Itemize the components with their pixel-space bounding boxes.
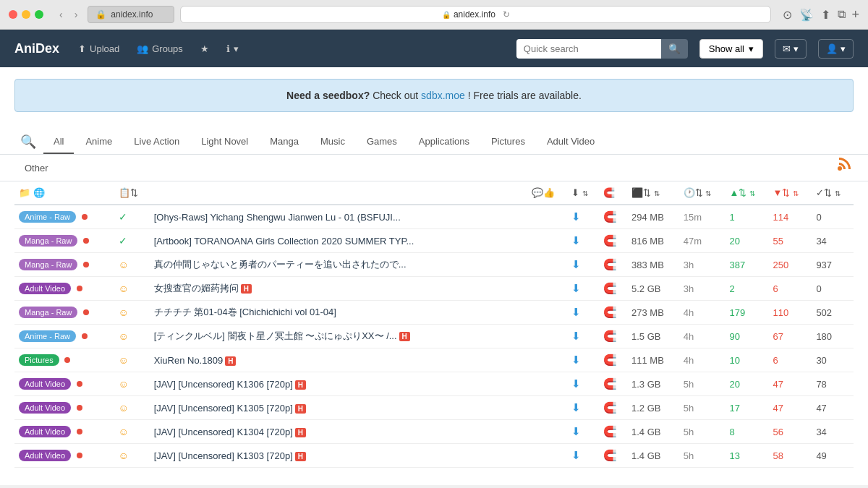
tab-applications[interactable]: Applications [409, 130, 480, 154]
download-icon[interactable]: ⬇ [571, 354, 581, 366]
show-all-button[interactable]: Show all ▾ [699, 39, 763, 59]
th-leechers[interactable]: ▼⇅ [768, 181, 812, 205]
tab-all[interactable]: All [43, 130, 74, 154]
info-nav-link[interactable]: ℹ ▾ [219, 39, 246, 59]
th-date[interactable]: 🕐⇅ [679, 181, 726, 205]
favorites-nav-link[interactable]: ★ [193, 39, 216, 59]
category-badge[interactable]: Manga - Raw [19, 307, 77, 318]
category-badge[interactable]: Adult Video [19, 450, 71, 461]
brand-logo[interactable]: AniDex [14, 41, 59, 56]
download-icon[interactable]: ⬇ [571, 258, 581, 270]
back-button[interactable]: ‹ [55, 7, 67, 22]
table-body: Anime - Raw ✓ [Ohys-Raws] Yichang Shengw… [14, 205, 854, 468]
td-seeders: 13 [726, 444, 769, 468]
download-icon[interactable]: ⬇ [571, 282, 581, 294]
minimize-button[interactable] [22, 10, 30, 19]
td-title: [JAV] [Uncensored] K1303 [720p]H [150, 444, 527, 468]
magnet-icon[interactable]: 🧲 [603, 425, 617, 437]
maximize-button[interactable] [35, 10, 43, 19]
new-tab-button[interactable]: + [851, 7, 859, 22]
category-badge[interactable]: Pictures [19, 354, 59, 366]
torrent-title-link[interactable]: [JAV] [Uncensored] K1303 [720p]H [154, 450, 306, 461]
td-status: ☺ [114, 277, 150, 301]
groups-label: Groups [152, 43, 183, 54]
tab-manga[interactable]: Manga [260, 130, 309, 154]
download-icon[interactable]: ⬇ [571, 330, 581, 342]
download-icon[interactable]: ⬇ [571, 234, 581, 247]
forward-button[interactable]: › [70, 7, 82, 22]
tab-light-novel[interactable]: Light Novel [191, 130, 258, 154]
banner-link[interactable]: sdbx.moe [421, 90, 465, 101]
extensions-button[interactable]: ⊙ [783, 8, 792, 22]
torrent-title-link[interactable]: 女搜查官の媚药拷问H [154, 283, 252, 294]
download-icon[interactable]: ⬇ [571, 425, 581, 437]
category-badge[interactable]: Adult Video [19, 402, 71, 414]
torrent-title-link[interactable]: チチチチ 第01-04巻 [Chichichichi vol 01-04] [154, 307, 336, 317]
torrent-title-link[interactable]: [Artbook] TORANOANA Girls Collection 202… [154, 236, 414, 247]
magnet-icon[interactable]: 🧲 [603, 258, 617, 270]
td-category: Adult Video [14, 372, 114, 396]
magnet-icon[interactable]: 🧲 [603, 282, 617, 294]
category-search-icon[interactable]: 🔍 [14, 129, 42, 154]
download-icon[interactable]: ⬇ [571, 377, 581, 390]
tab-other[interactable]: Other [14, 157, 59, 179]
torrent-title-link[interactable]: XiuRen No.1809H [154, 355, 237, 366]
pip-button[interactable]: ⧉ [838, 8, 846, 22]
rss-button[interactable]: 📡 [799, 8, 814, 22]
torrent-title-link[interactable]: [JAV] [Uncensored] K1304 [720p]H [154, 427, 306, 437]
magnet-icon[interactable]: 🧲 [603, 306, 617, 318]
torrent-title-link[interactable]: [ティンクルベル] 闇夜ト星ノ冥土館 〜ぷにゅぷりXX〜 /...H [154, 330, 410, 341]
magnet-icon[interactable]: 🧲 [603, 354, 617, 366]
torrent-title-link[interactable]: [Ohys-Raws] Yichang Shengwu Jianwen Lu -… [154, 212, 401, 223]
tab-games[interactable]: Games [357, 130, 407, 154]
user-button[interactable]: 👤 ▾ [818, 39, 854, 59]
td-category: Adult Video [14, 444, 114, 468]
magnet-icon[interactable]: 🧲 [603, 449, 617, 461]
category-badge[interactable]: Anime - Raw [19, 330, 76, 342]
torrent-title-link[interactable]: [JAV] [Uncensored] K1306 [720p]H [154, 379, 306, 390]
th-size[interactable]: ⬛⇅ [627, 181, 679, 205]
status-check-icon: ✓ [119, 235, 127, 247]
close-button[interactable] [9, 10, 17, 19]
search-button[interactable]: 🔍 [661, 39, 688, 59]
td-status: ☺ [114, 372, 150, 396]
url-bar[interactable]: 🔒 anidex.info ↻ [180, 6, 771, 23]
magnet-icon[interactable]: 🧲 [603, 330, 617, 342]
flag-sort-icon[interactable]: 📋⇅ [119, 187, 138, 198]
download-icon[interactable]: ⬇ [571, 210, 581, 223]
mail-button[interactable]: ✉ ▾ [775, 39, 807, 59]
refresh-icon[interactable]: ↻ [503, 9, 510, 20]
category-badge[interactable]: Adult Video [19, 426, 71, 437]
th-completed[interactable]: ✓⇅ [812, 181, 854, 205]
magnet-icon[interactable]: 🧲 [603, 377, 617, 390]
tab-pictures[interactable]: Pictures [481, 130, 535, 154]
magnet-icon[interactable]: 🧲 [603, 234, 617, 247]
th-comments: 💬👍 [527, 181, 568, 205]
th-seeders[interactable]: ▲⇅ [726, 181, 769, 205]
magnet-icon[interactable]: 🧲 [603, 210, 617, 223]
tab-live-action[interactable]: Live Action [124, 130, 190, 154]
browser-tab[interactable]: 🔒 anidex.info [88, 6, 174, 23]
share-button[interactable]: ⬆ [821, 8, 830, 22]
download-icon[interactable]: ⬇ [571, 306, 581, 318]
groups-icon: 👥 [137, 43, 148, 54]
category-badge[interactable]: Adult Video [19, 283, 71, 294]
torrent-title-link[interactable]: [JAV] [Uncensored] K1305 [720p]H [154, 403, 306, 414]
magnet-icon[interactable]: 🧲 [603, 401, 617, 414]
category-badge[interactable]: Anime - Raw [19, 211, 76, 223]
tab-anime[interactable]: Anime [75, 130, 122, 154]
th-download[interactable]: ⬇ [567, 181, 599, 205]
search-input[interactable] [516, 39, 661, 59]
upload-nav-link[interactable]: ⬆ Upload [71, 39, 127, 59]
category-badge[interactable]: Manga - Raw [19, 259, 77, 270]
tab-adult-video[interactable]: Adult Video [537, 130, 605, 154]
red-dot [83, 262, 89, 267]
category-badge[interactable]: Adult Video [19, 378, 71, 390]
rss-icon[interactable] [836, 155, 854, 181]
groups-nav-link[interactable]: 👥 Groups [129, 39, 190, 59]
torrent-title-link[interactable]: 真の仲間じゃないと勇者のパーティーを追い出されたので... [154, 259, 407, 270]
tab-music[interactable]: Music [310, 130, 355, 154]
download-icon[interactable]: ⬇ [571, 401, 581, 414]
category-badge[interactable]: Manga - Raw [19, 235, 77, 247]
download-icon[interactable]: ⬇ [571, 449, 581, 461]
